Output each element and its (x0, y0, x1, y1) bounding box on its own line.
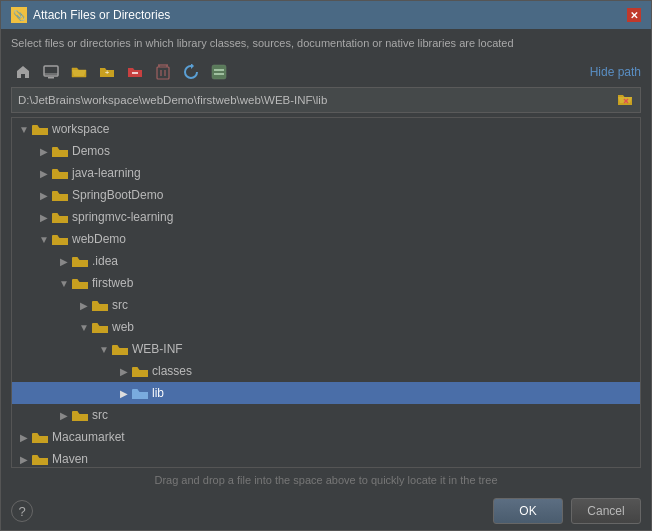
item-label: Demos (72, 144, 110, 158)
ok-button[interactable]: OK (493, 498, 563, 524)
svg-text:+: + (105, 68, 110, 77)
expand-arrow: ▼ (16, 124, 32, 135)
description-text: Select files or directories in which lib… (1, 29, 651, 57)
title-bar: 📎 Attach Files or Directories ✕ (1, 1, 651, 29)
tree-item[interactable]: ▼ web (12, 316, 640, 338)
tree-item[interactable]: ▶ .idea (12, 250, 640, 272)
item-label: SpringBootDemo (72, 188, 163, 202)
svg-rect-24 (92, 301, 98, 303)
expand-arrow: ▶ (56, 256, 72, 267)
svg-rect-28 (132, 389, 138, 391)
desktop-icon (43, 64, 59, 80)
folder-icon (52, 211, 68, 224)
tree-item[interactable]: ▶ classes (12, 360, 640, 382)
browse-folder-icon (617, 93, 633, 107)
svg-rect-21 (52, 235, 58, 237)
item-label: webDemo (72, 232, 126, 246)
folder-icon (92, 299, 108, 312)
item-label: workspace (52, 122, 109, 136)
remove-folder-icon (127, 65, 143, 79)
hide-path-link[interactable]: Hide path (590, 65, 641, 79)
svg-rect-31 (32, 455, 38, 457)
tree-item[interactable]: ▶ springmvc-learning (12, 206, 640, 228)
tree-item-selected[interactable]: ▶ lib (12, 382, 640, 404)
path-bar: D:\JetBrains\workspace\webDemo\firstweb\… (11, 87, 641, 113)
tree-item[interactable]: ▼ webDemo (12, 228, 640, 250)
item-label: java-learning (72, 166, 141, 180)
expand-arrow: ▼ (56, 278, 72, 289)
new-folder-icon: + (99, 65, 115, 79)
remove-folder-button[interactable] (123, 61, 147, 83)
item-label: firstweb (92, 276, 133, 290)
svg-rect-12 (214, 69, 224, 71)
item-label: classes (152, 364, 192, 378)
tree-item[interactable]: ▼ WEB-INF (12, 338, 640, 360)
expand-arrow: ▶ (116, 366, 132, 377)
home-button[interactable] (11, 61, 35, 83)
tree-item[interactable]: ▶ SpringBootDemo (12, 184, 640, 206)
svg-rect-30 (32, 433, 38, 435)
tree-item[interactable]: ▼ firstweb (12, 272, 640, 294)
item-label: Maven (52, 452, 88, 466)
new-folder-button[interactable]: + (95, 61, 119, 83)
delete-icon (156, 64, 170, 80)
svg-rect-27 (132, 367, 138, 369)
item-label: web (112, 320, 134, 334)
tree-item[interactable]: ▶ src (12, 404, 640, 426)
svg-rect-1 (48, 77, 54, 79)
svg-rect-13 (214, 73, 224, 75)
expand-arrow: ▶ (16, 454, 32, 465)
window-title: Attach Files or Directories (33, 8, 170, 22)
svg-rect-18 (52, 169, 58, 171)
tree-item[interactable]: ▶ Maven (12, 448, 640, 468)
toolbar-buttons: + (11, 61, 231, 83)
module-button[interactable] (207, 61, 231, 83)
item-label: springmvc-learning (72, 210, 173, 224)
folder-icon (32, 123, 48, 136)
folder-icon (32, 431, 48, 444)
svg-rect-19 (52, 191, 58, 193)
attach-files-dialog: 📎 Attach Files or Directories ✕ Select f… (0, 0, 652, 531)
help-button[interactable]: ? (11, 500, 33, 522)
expand-arrow: ▶ (56, 410, 72, 421)
expand-arrow: ▶ (36, 212, 52, 223)
open-folder-button[interactable] (67, 61, 91, 83)
refresh-icon (183, 64, 199, 80)
svg-rect-29 (72, 411, 78, 413)
tree-item[interactable]: ▶ Macaumarket (12, 426, 640, 448)
item-label: .idea (92, 254, 118, 268)
file-tree[interactable]: ▼ workspace ▶ Demos ▶ java-learning (11, 117, 641, 468)
svg-rect-26 (112, 345, 118, 347)
tree-item[interactable]: ▶ src (12, 294, 640, 316)
desktop-button[interactable] (39, 61, 63, 83)
folder-icon (52, 189, 68, 202)
svg-rect-5 (157, 67, 169, 79)
cancel-button[interactable]: Cancel (571, 498, 641, 524)
folder-icon (132, 387, 148, 400)
expand-arrow: ▶ (36, 190, 52, 201)
path-browse-icon[interactable] (616, 91, 634, 109)
refresh-button[interactable] (179, 61, 203, 83)
title-bar-left: 📎 Attach Files or Directories (11, 7, 170, 23)
tree-item[interactable]: ▼ workspace (12, 118, 640, 140)
folder-icon (72, 255, 88, 268)
module-icon (211, 64, 227, 80)
folder-icon (32, 453, 48, 466)
dialog-icon: 📎 (11, 7, 27, 23)
close-button[interactable]: ✕ (627, 8, 641, 22)
svg-rect-17 (52, 147, 58, 149)
item-label: src (92, 408, 108, 422)
tree-item[interactable]: ▶ Demos (12, 140, 640, 162)
svg-rect-22 (72, 257, 78, 259)
tree-item[interactable]: ▶ java-learning (12, 162, 640, 184)
folder-icon (52, 233, 68, 246)
footer: ? OK Cancel (1, 492, 651, 530)
svg-rect-25 (92, 323, 98, 325)
svg-rect-23 (72, 279, 78, 281)
folder-icon (72, 409, 88, 422)
toolbar: + (1, 57, 651, 87)
folder-icon (132, 365, 148, 378)
folder-icon (52, 145, 68, 158)
delete-button[interactable] (151, 61, 175, 83)
item-label: lib (152, 386, 164, 400)
